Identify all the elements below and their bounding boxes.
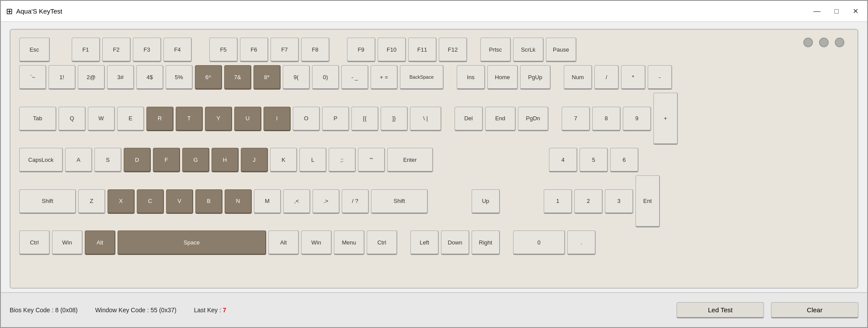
key-m[interactable]: M [254, 189, 281, 214]
key-f9[interactable]: F9 [347, 38, 375, 62]
key-shift-right[interactable]: Shift [371, 189, 428, 214]
key-8[interactable]: 8* [253, 65, 281, 90]
key-numplus[interactable]: + [653, 93, 678, 145]
key-1[interactable]: 1! [49, 65, 76, 90]
key-rbracket[interactable]: ]} [381, 107, 408, 131]
key-f7[interactable]: F7 [271, 38, 299, 62]
key-y[interactable]: Y [205, 107, 232, 131]
key-w[interactable]: W [88, 107, 115, 131]
key-l[interactable]: L [299, 148, 326, 172]
key-ins[interactable]: Ins [457, 65, 485, 90]
key-right[interactable]: Right [472, 230, 500, 255]
key-capslock[interactable]: CapsLock [19, 148, 63, 172]
key-alt-right[interactable]: Alt [268, 230, 299, 255]
key-num5[interactable]: 5 [580, 148, 608, 172]
key-s[interactable]: S [94, 148, 122, 172]
key-0[interactable]: 0) [312, 65, 339, 90]
key-h[interactable]: H [212, 148, 239, 172]
key-f12[interactable]: F12 [439, 38, 467, 62]
key-prtsc[interactable]: Prtsc [480, 38, 511, 62]
key-d[interactable]: D [124, 148, 151, 172]
key-pgdn[interactable]: PgDn [518, 107, 549, 131]
key-backtick[interactable]: `~ [19, 65, 46, 90]
key-2[interactable]: 2@ [78, 65, 105, 90]
key-f3[interactable]: F3 [133, 38, 161, 62]
key-i[interactable]: I [264, 107, 291, 131]
key-num6[interactable]: 6 [610, 148, 639, 172]
key-f10[interactable]: F10 [378, 38, 406, 62]
key-f1[interactable]: F1 [72, 38, 100, 62]
key-shift-left[interactable]: Shift [19, 189, 76, 214]
key-end[interactable]: End [485, 107, 516, 131]
key-v[interactable]: V [166, 189, 193, 214]
key-quote[interactable]: '" [358, 148, 385, 172]
key-j[interactable]: J [241, 148, 268, 172]
key-n[interactable]: N [225, 189, 252, 214]
key-f6[interactable]: F6 [240, 38, 268, 62]
key-num9[interactable]: 9 [623, 107, 651, 131]
key-f8[interactable]: F8 [301, 38, 330, 62]
key-up[interactable]: Up [472, 189, 500, 214]
key-b[interactable]: B [195, 189, 222, 214]
key-numslash[interactable]: / [594, 65, 619, 90]
key-7[interactable]: 7& [224, 65, 251, 90]
key-num7[interactable]: 7 [562, 107, 590, 131]
key-home[interactable]: Home [487, 65, 518, 90]
key-r[interactable]: R [146, 107, 174, 131]
key-f11[interactable]: F11 [408, 38, 437, 62]
key-num1[interactable]: 1 [544, 189, 572, 214]
key-p[interactable]: P [322, 107, 349, 131]
key-e[interactable]: E [117, 107, 144, 131]
key-c[interactable]: C [137, 189, 164, 214]
key-minus[interactable]: - _ [341, 65, 368, 90]
key-4[interactable]: 4$ [136, 65, 163, 90]
key-num3[interactable]: 3 [605, 189, 633, 214]
key-space[interactable]: Space [118, 230, 266, 255]
key-backslash[interactable]: \ | [410, 107, 441, 131]
close-button[interactable]: ✕ [849, 6, 862, 16]
key-k[interactable]: K [270, 148, 297, 172]
key-num4[interactable]: 4 [549, 148, 577, 172]
key-num0[interactable]: 0 [513, 230, 565, 255]
key-menu[interactable]: Menu [334, 230, 365, 255]
key-win-left[interactable]: Win [52, 230, 83, 255]
key-enter[interactable]: Enter [387, 148, 433, 172]
key-x[interactable]: X [108, 189, 135, 214]
key-pgup[interactable]: PgUp [520, 65, 551, 90]
key-6[interactable]: 6^ [195, 65, 222, 90]
key-f4[interactable]: F4 [163, 38, 192, 62]
key-semicolon[interactable]: ;: [329, 148, 356, 172]
key-numlock[interactable]: Num [564, 65, 592, 90]
key-numdot[interactable]: . [567, 230, 596, 255]
key-f[interactable]: F [153, 148, 180, 172]
key-f5[interactable]: F5 [209, 38, 238, 62]
key-q[interactable]: Q [59, 107, 86, 131]
key-comma[interactable]: ,< [283, 189, 310, 214]
key-down[interactable]: Down [441, 230, 469, 255]
key-u[interactable]: U [234, 107, 261, 131]
key-numenter[interactable]: Ent [635, 175, 660, 227]
key-o[interactable]: O [293, 107, 320, 131]
key-backspace[interactable]: BackSpace [400, 65, 444, 90]
key-equals[interactable]: + = [371, 65, 398, 90]
key-num2[interactable]: 2 [574, 189, 603, 214]
key-tab[interactable]: Tab [19, 107, 56, 131]
key-period[interactable]: .> [312, 189, 340, 214]
key-t[interactable]: T [176, 107, 203, 131]
key-z[interactable]: Z [78, 189, 105, 214]
key-lbracket[interactable]: [{ [351, 107, 378, 131]
minimize-button[interactable]: — [810, 7, 824, 16]
key-g[interactable]: G [182, 148, 209, 172]
led-test-button[interactable]: Led Test [677, 302, 764, 318]
key-scrlk[interactable]: ScrLk [513, 38, 544, 62]
key-3[interactable]: 3# [107, 65, 134, 90]
key-ctrl-right[interactable]: Ctrl [367, 230, 397, 255]
key-a[interactable]: A [65, 148, 92, 172]
key-pause[interactable]: Pause [546, 38, 576, 62]
key-9[interactable]: 9( [283, 65, 310, 90]
clear-button[interactable]: Clear [771, 302, 858, 318]
key-left[interactable]: Left [410, 230, 439, 255]
key-win-right[interactable]: Win [301, 230, 332, 255]
key-f2[interactable]: F2 [102, 38, 131, 62]
key-numminus[interactable]: - [648, 65, 672, 90]
